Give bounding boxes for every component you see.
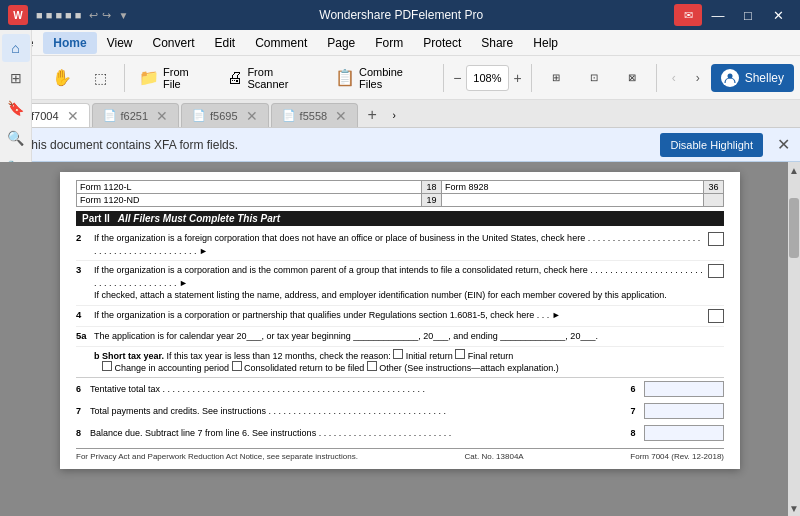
scroll-up-button[interactable]: ▲ [788, 162, 800, 178]
consolidated-return-checkbox[interactable] [232, 361, 242, 371]
short-tax-year-text: If this tax year is less than 12 months,… [167, 351, 391, 361]
tabs-bar: 📄 f7004 ✕ 📄 f6251 ✕ 📄 f5695 ✕ 📄 f5558 ✕ … [0, 100, 800, 128]
tab-close-f7004[interactable]: ✕ [67, 109, 79, 123]
line-8-value-box[interactable] [644, 425, 724, 441]
disable-highlight-button[interactable]: Disable Highlight [660, 133, 763, 157]
from-scanner-button[interactable]: 🖨 From Scanner [219, 61, 325, 95]
zoom-control[interactable]: 108% [466, 65, 508, 91]
tab-close-f5695[interactable]: ✕ [246, 109, 258, 123]
final-return-checkbox[interactable] [455, 349, 465, 359]
sidebar-icon-thumbnail[interactable]: ⊞ [2, 64, 30, 92]
menu-home[interactable]: Home [43, 32, 96, 54]
maximize-button[interactable]: □ [734, 4, 762, 26]
separator-4 [656, 64, 657, 92]
footer-privacy-text: For Privacy Act and Paperwork Reduction … [76, 452, 358, 461]
sidebar-icon-home[interactable]: ⌂ [2, 34, 30, 62]
alert-text: This document contains XFA form fields. [24, 138, 652, 152]
view-single-button[interactable]: ⊞ [538, 59, 574, 97]
menu-protect[interactable]: Protect [413, 32, 471, 54]
menu-help[interactable]: Help [523, 32, 568, 54]
zoom-in-button[interactable]: + [511, 70, 525, 86]
line-6-ref: 6 [626, 384, 640, 394]
line-num-19: 19 [421, 194, 441, 207]
document-footer: For Privacy Act and Paperwork Reduction … [76, 448, 724, 461]
section-3-text: If the organization is a corporation and… [94, 264, 704, 302]
menu-view[interactable]: View [97, 32, 143, 54]
zoom-out-button[interactable]: − [450, 70, 464, 86]
section-3-checkbox[interactable] [708, 264, 724, 278]
from-file-button[interactable]: 📁 From File [131, 61, 217, 95]
menu-convert[interactable]: Convert [142, 32, 204, 54]
select-tool-button[interactable]: ⬚ [82, 59, 118, 97]
menu-form[interactable]: Form [365, 32, 413, 54]
nav-prev-button[interactable]: ‹ [663, 67, 685, 89]
line-num-36: 36 [704, 181, 724, 194]
nav-next-button[interactable]: › [687, 67, 709, 89]
form-name-1120l: Form 1120-L [77, 181, 422, 194]
tabs-more-button[interactable]: › [384, 103, 404, 127]
section-5a-num: 5a [76, 330, 94, 341]
section-2-checkbox[interactable] [708, 232, 724, 246]
tab-f5558[interactable]: 📄 f5558 ✕ [271, 103, 359, 127]
part-ii-label: Part II [82, 213, 110, 224]
email-icon[interactable]: ✉ [674, 4, 702, 26]
form-name-1120nd: Form 1120-ND [77, 194, 422, 207]
separator-3 [531, 64, 532, 92]
alert-close-button[interactable]: ✕ [777, 135, 790, 154]
menu-bar: File Home View Convert Edit Comment Page… [0, 30, 800, 56]
user-account-button[interactable]: Shelley [711, 64, 794, 92]
section-2-dots: . . . . . . . . . . . . . . . . . . . . … [94, 233, 700, 256]
tab-f5695[interactable]: 📄 f5695 ✕ [181, 103, 269, 127]
zoom-level: 108% [473, 72, 501, 84]
document-page: Form 1120-L 18 Form 8928 36 Form 1120-ND… [60, 172, 740, 469]
tab-label-f6251: f6251 [121, 110, 149, 122]
menu-edit[interactable]: Edit [205, 32, 246, 54]
scroll-thumb[interactable] [789, 198, 799, 258]
section-3-num: 3 [76, 264, 94, 275]
line-8-num: 8 [76, 428, 90, 438]
form-table-top: Form 1120-L 18 Form 8928 36 Form 1120-ND… [76, 180, 724, 207]
hand-tool-button[interactable]: ✋ [44, 59, 80, 97]
other-checkbox[interactable] [367, 361, 377, 371]
other-cb-wrapper: Other (See instructions—attach explanati… [367, 363, 559, 373]
initial-return-checkbox[interactable] [393, 349, 403, 359]
tab-close-f5558[interactable]: ✕ [335, 109, 347, 123]
file-icon: 📁 [139, 68, 159, 87]
view-double-icon: ⊡ [590, 72, 598, 83]
tab-close-f6251[interactable]: ✕ [156, 109, 168, 123]
line-6-value-box[interactable] [644, 381, 724, 397]
scroll-down-button[interactable]: ▼ [788, 500, 800, 516]
app-title: Wondershare PDFelement Pro [128, 8, 674, 22]
close-button[interactable]: ✕ [764, 4, 792, 26]
line-8-row: 8 Balance due. Subtract line 7 from line… [76, 422, 724, 444]
section-5b-row: b Short tax year. If this tax year is le… [76, 347, 724, 377]
view-double-button[interactable]: ⊡ [576, 59, 612, 97]
view-fit-button[interactable]: ⊠ [614, 59, 650, 97]
from-scanner-label: From Scanner [247, 66, 317, 90]
dropdown-arrow[interactable]: ▼ [119, 10, 129, 21]
combine-files-button[interactable]: 📋 Combine Files [327, 61, 437, 95]
form-name-empty [441, 194, 703, 207]
vertical-scrollbar[interactable]: ▲ ▼ [788, 162, 800, 516]
minimize-button[interactable]: — [704, 4, 732, 26]
accounting-period-checkbox[interactable] [102, 361, 112, 371]
sidebar-icon-bookmark[interactable]: 🔖 [2, 94, 30, 122]
menu-comment[interactable]: Comment [245, 32, 317, 54]
tab-f6251[interactable]: 📄 f6251 ✕ [92, 103, 180, 127]
menu-share[interactable]: Share [471, 32, 523, 54]
tab-label-f7004: f7004 [31, 110, 59, 122]
final-return-cb-wrapper: Final return [455, 351, 513, 361]
view-fit-icon: ⊠ [628, 72, 636, 83]
from-file-label: From File [163, 66, 209, 90]
quick-access: ↩ ↪ [89, 9, 110, 22]
section-4-checkbox[interactable] [708, 309, 724, 323]
menu-page[interactable]: Page [317, 32, 365, 54]
line-7-value-box[interactable] [644, 403, 724, 419]
view-single-icon: ⊞ [552, 72, 560, 83]
tab-add-button[interactable]: + [360, 103, 384, 127]
section-5b-num: b [94, 351, 100, 361]
sidebar-icon-search[interactable]: 🔍 [2, 124, 30, 152]
initial-return-cb-wrapper: Initial return [393, 351, 453, 361]
tab-label-f5558: f5558 [300, 110, 328, 122]
tab-icon-f6251: 📄 [103, 109, 117, 122]
